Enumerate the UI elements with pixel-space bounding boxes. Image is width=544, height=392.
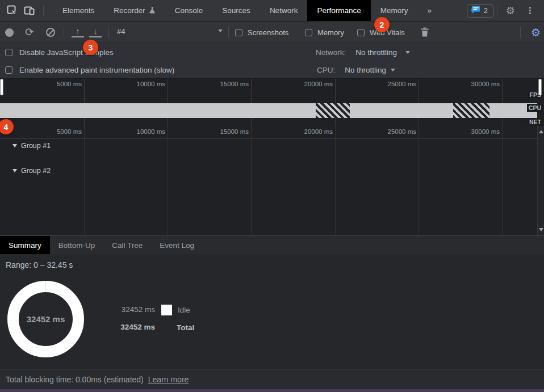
expander-triangle-icon — [12, 169, 17, 172]
divider — [228, 27, 229, 38]
summary-panel: Range: 0 – 32.45 s 32452 ms 32452 ms Idl… — [0, 254, 544, 369]
tab-network[interactable]: Network — [260, 0, 308, 21]
divider — [108, 27, 109, 38]
divider — [64, 27, 64, 38]
legend-idle-swatch — [161, 305, 172, 315]
memory-checkbox-row: Memory — [305, 28, 344, 37]
reload-and-record-icon[interactable]: ⟳ — [25, 26, 34, 39]
annotation-badge-3: 3 — [83, 40, 98, 55]
tick-label: 10000 ms — [124, 128, 165, 135]
network-throttling-select[interactable]: Network: No throttling — [316, 48, 410, 57]
gridline — [168, 126, 168, 235]
cpu-throttling-select[interactable]: CPU: No throttling — [317, 66, 395, 74]
menu-dots-icon[interactable]: ⋮ — [520, 5, 539, 16]
web-vitals-checkbox[interactable] — [357, 29, 365, 36]
history-select[interactable]: #4 — [117, 27, 226, 36]
memory-checkbox[interactable] — [305, 29, 312, 36]
capture-options-row-1: Disable JavaScript samples Network: No t… — [0, 43, 544, 61]
expander-triangle-icon — [12, 144, 17, 147]
advanced-paint-row: Enable advanced paint instrumentation (s… — [5, 66, 174, 74]
divider — [520, 27, 521, 38]
net-lane-label: NET — [528, 118, 543, 126]
total-blocking-time-text: Total blocking time: 0.00ms (estimated) — [6, 375, 144, 384]
gridline — [251, 79, 252, 126]
divider — [497, 5, 497, 16]
gridline — [251, 126, 252, 235]
tick-label: 15000 ms — [208, 128, 249, 135]
gridline — [335, 79, 336, 126]
vertical-scrollbar[interactable] — [537, 126, 544, 235]
record-button[interactable] — [5, 28, 14, 37]
annotation-badge-2: 2 — [374, 17, 390, 32]
more-tabs-button[interactable]: » — [417, 0, 441, 21]
tab-console[interactable]: Console — [165, 0, 213, 21]
flame-ruler: 5000 ms 10000 ms 15000 ms 20000 ms 25000… — [0, 126, 537, 139]
tab-bar-icons — [0, 0, 53, 21]
divider — [43, 5, 44, 16]
gridline — [168, 79, 168, 126]
tab-call-tree[interactable]: Call Tree — [103, 236, 151, 254]
tick-label: 30000 ms — [459, 81, 500, 87]
inspect-element-icon[interactable] — [6, 5, 18, 17]
legend-idle-label: Idle — [178, 306, 190, 314]
desktop-edge-strip — [0, 389, 544, 392]
cpu-lane-label: CPU — [527, 104, 543, 112]
gridline — [84, 126, 85, 235]
details-tab-bar: Summary Bottom-Up Call Tree Event Log — [0, 235, 544, 254]
tab-sources[interactable]: Sources — [212, 0, 260, 21]
timeline-overview[interactable]: 5000 ms 10000 ms 15000 ms 20000 ms 25000… — [0, 79, 544, 126]
chat-bubble-icon — [471, 6, 480, 16]
tab-bottom-up[interactable]: Bottom-Up — [50, 236, 104, 254]
scroll-down-icon[interactable] — [539, 228, 543, 231]
performance-toolbar: ⟳ ↑ ↓ #4 Screenshots Memory Web Vitals ⚙ — [0, 22, 544, 43]
tick-label: 20000 ms — [292, 81, 333, 87]
dropdown-caret-icon — [391, 69, 395, 71]
tick-label: 15000 ms — [208, 81, 249, 87]
group-1-header[interactable]: Group #1 — [12, 142, 51, 150]
tab-bar-right-controls: 2 ⚙ ⋮ — [467, 0, 544, 21]
tick-label: 20000 ms — [292, 128, 333, 135]
save-profile-icon[interactable]: ↓ — [89, 26, 102, 37]
tab-event-log[interactable]: Event Log — [151, 236, 203, 254]
tab-performance[interactable]: Performance — [307, 0, 370, 21]
gridline — [335, 126, 336, 235]
cpu-hatched-region — [453, 103, 489, 118]
total-blocking-time-footer: Total blocking time: 0.00ms (estimated) … — [0, 369, 544, 389]
legend-idle-value: 32452 ms — [115, 305, 155, 314]
tab-recorder[interactable]: Recorder — [104, 0, 165, 21]
issues-chat-button[interactable]: 2 — [467, 4, 493, 18]
tick-label: 25000 ms — [375, 81, 416, 87]
devtools-window: Elements Recorder Console Sources Networ… — [0, 0, 544, 392]
load-profile-icon[interactable]: ↑ — [72, 26, 84, 37]
capture-options-row-2: Enable advanced paint instrumentation (s… — [0, 61, 544, 79]
capture-settings-gear-icon[interactable]: ⚙ — [526, 26, 544, 39]
overview-right-handle[interactable] — [538, 79, 542, 95]
donut-center-label: 32452 ms — [7, 281, 84, 357]
gridline — [419, 79, 419, 126]
tab-summary[interactable]: Summary — [0, 236, 50, 254]
screenshots-checkbox[interactable] — [235, 29, 242, 36]
gridline — [419, 126, 419, 235]
flame-chart[interactable]: 5000 ms 10000 ms 15000 ms 20000 ms 25000… — [0, 126, 544, 235]
overview-left-handle[interactable] — [0, 79, 3, 95]
group-2-header[interactable]: Group #2 — [12, 167, 51, 175]
advanced-paint-checkbox[interactable] — [5, 66, 12, 74]
tick-label: 5000 ms — [41, 81, 82, 87]
legend-total-label: Total — [177, 323, 194, 332]
legend-total-value: 32452 ms — [115, 323, 155, 331]
learn-more-link[interactable]: Learn more — [148, 375, 189, 384]
tick-label: 5000 ms — [41, 128, 82, 135]
dropdown-caret-icon — [405, 51, 410, 54]
disable-js-samples-checkbox[interactable] — [5, 49, 12, 56]
tick-label: 10000 ms — [124, 81, 165, 87]
cpu-hatched-region — [316, 103, 350, 118]
gridline — [84, 79, 85, 126]
tab-elements[interactable]: Elements — [53, 0, 104, 21]
trash-icon[interactable] — [421, 27, 429, 39]
clear-recording-icon[interactable] — [46, 28, 55, 37]
device-toolbar-icon[interactable] — [23, 5, 35, 17]
scroll-up-icon[interactable] — [539, 130, 543, 133]
dropdown-caret-icon — [218, 29, 223, 32]
devtools-tab-bar: Elements Recorder Console Sources Networ… — [0, 0, 544, 22]
settings-gear-icon[interactable]: ⚙ — [501, 5, 520, 17]
